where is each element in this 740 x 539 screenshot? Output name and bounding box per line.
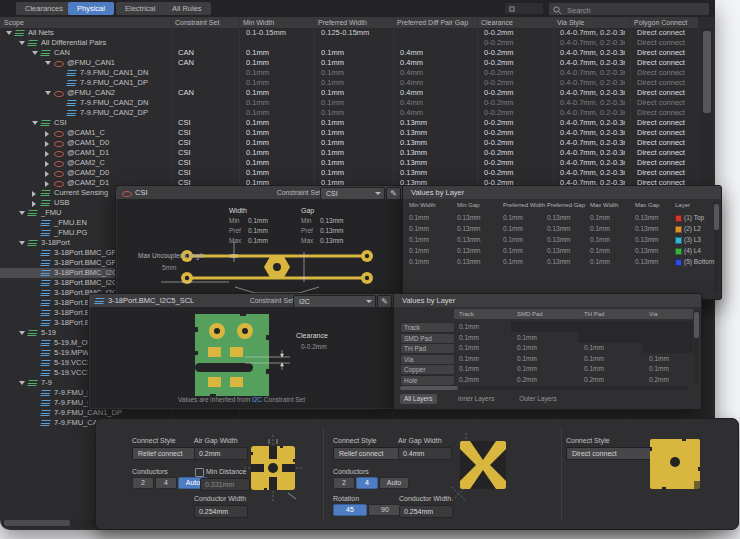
search-input[interactable] [565,3,707,17]
panel-titlebar[interactable]: 3-18Port.BMC_I2C5_SCL Constraint Set I2C… [89,294,394,307]
collapse-arrow-icon[interactable] [45,91,51,95]
cell-pref-diff-pair-gap[interactable]: 0.13mm [400,158,472,168]
cell-preferred-width[interactable]: 0.1mm [321,138,388,148]
matrix-row-header[interactable]: Via [400,354,455,365]
cell-constraint-set[interactable]: CSI [178,148,234,158]
cell-min-width[interactable]: 0.1mm [246,168,309,178]
table-row[interactable]: All Nets0.1-0.15mm0.125-0.15mm0-0.2mm0.4… [0,28,698,38]
layer-value-cell[interactable]: 0.1mm [409,225,429,232]
layer-value-cell[interactable]: 0.13mm [457,247,480,254]
collapse-arrow-icon[interactable] [19,241,25,245]
min-distance-checkbox[interactable] [195,468,204,477]
expand-arrow-icon[interactable] [45,161,49,167]
cell-via-style[interactable]: 0.4-0.7mm, 0.2-0.3mm [560,158,625,168]
matrix-h-scrollbar[interactable] [400,386,688,390]
cell-via-style[interactable]: 0.4-0.7mm, 0.2-0.3mm [560,88,625,98]
collapse-arrow-icon[interactable] [45,61,51,65]
cell-constraint-set[interactable]: CSI [178,118,234,128]
cell-clearance[interactable]: 0-0.2mm [484,88,548,98]
table-row[interactable]: @CAM2_D0CSI0.1mm0.1mm0.13mm0-0.2mm0.4-0.… [0,168,698,178]
cell-clearance[interactable]: 0-0.2mm [484,118,548,128]
matrix-row-header[interactable]: Copper [400,364,455,375]
layer-value-cell[interactable]: 0.13mm [635,214,658,221]
table-row[interactable]: 7-9.FMU_CAN1_DP0.1mm0.1mm0.4mm0-0.2mm0.4… [0,78,698,88]
cell-min-width[interactable]: 0.1mm [246,108,309,118]
column-header[interactable]: Constraint Set [175,17,219,28]
column-header[interactable]: Scope [4,17,24,28]
scroll-thumb[interactable] [400,386,458,390]
cell-preferred-width[interactable]: 0.1mm [321,48,388,58]
expand-arrow-icon[interactable] [45,131,49,137]
cell-constraint-set[interactable]: CSI [178,158,234,168]
uncoupled-length-value[interactable]: 5mm [162,264,176,271]
matrix-value-cell[interactable]: 0.1mm [584,355,604,362]
expand-arrow-icon[interactable] [45,171,49,177]
layer-value-cell[interactable]: 0.13mm [635,258,658,265]
cell-polygon-connect[interactable]: Direct connect [637,118,693,128]
table-row[interactable]: @CAM1_D0CSI0.1mm0.1mm0.13mm0-0.2mm0.4-0.… [0,138,698,148]
scroll-thumb[interactable] [714,204,719,230]
layer-value-cell[interactable]: 0.13mm [547,258,570,265]
layer-scope-tab[interactable]: All Layers [400,394,437,404]
cell-pref-diff-pair-gap[interactable]: 0.13mm [400,138,472,148]
layer-value-cell[interactable]: 0.13mm [635,236,658,243]
layer-value-cell[interactable]: 0.1mm [503,247,523,254]
table-row[interactable]: 7-9.FMU_CAN1_DN0.1mm0.1mm0.4mm0-0.2mm0.4… [0,68,698,78]
layer-value-cell[interactable]: 0.1mm [409,247,429,254]
cell-preferred-width[interactable]: 0.1mm [321,168,388,178]
cell-constraint-set[interactable]: CAN [178,58,234,68]
cell-polygon-connect[interactable]: Direct connect [637,98,693,108]
panel-titlebar[interactable]: CSI Constraint Set CSI ✎ [116,186,403,199]
cell-clearance[interactable]: 0-0.2mm [484,168,548,178]
cell-min-width[interactable]: 0.1mm [246,58,309,68]
segment-option-auto[interactable]: Auto [379,477,409,489]
layer-value-cell[interactable]: 0.1mm [409,214,429,221]
tab-clearances[interactable]: Clearances [16,2,72,15]
search-box[interactable] [548,2,710,16]
cell-via-style[interactable]: 0.4-0.7mm, 0.2-0.3mm [560,108,625,118]
layer-value-cell[interactable]: 0.13mm [547,214,570,221]
layer-value-cell[interactable]: 0.1mm [503,225,523,232]
collapse-arrow-icon[interactable] [32,51,38,55]
cell-polygon-connect[interactable]: Direct connect [637,38,693,48]
collapse-arrow-icon[interactable] [32,121,38,125]
tab-all-rules[interactable]: All Rules [163,2,211,15]
collapse-arrow-icon[interactable] [19,331,25,335]
collapse-arrow-icon[interactable] [19,211,25,215]
cell-constraint-set[interactable]: CAN [178,88,234,98]
cell-preferred-width[interactable]: 0.1mm [321,58,388,68]
cell-preferred-width[interactable]: 0.1mm [321,108,388,118]
cell-min-width[interactable]: 0.1mm [246,138,309,148]
panel-scrollbar[interactable] [714,202,719,294]
width-pref-value[interactable]: 0.1mm [248,227,268,234]
cell-via-style[interactable]: 0.4-0.7mm, 0.2-0.3mm [560,48,625,58]
conductor-width-input[interactable]: 0.254mm [194,505,248,518]
tab-physical[interactable]: Physical [68,2,114,15]
column-header[interactable]: Min Width [243,17,274,28]
column-header[interactable]: Clearance [481,17,513,28]
layer-scope-tab[interactable]: Outer Layers [515,394,561,404]
matrix-value-cell[interactable]: 0.1mm [459,355,479,362]
cell-clearance[interactable]: 0-0.2mm [484,158,548,168]
table-row[interactable]: CSICSI0.1mm0.1mm0.13mm0-0.2mm0.4-0.7mm, … [0,118,698,128]
table-row[interactable]: @FMU_CAN2CAN0.1mm0.1mm0.4mm0-0.2mm0.4-0.… [0,88,698,98]
cell-via-style[interactable]: 0.4-0.7mm, 0.2-0.3mm [560,148,625,158]
cell-min-width[interactable]: 0.1mm [246,48,309,58]
connect-style-dropdown[interactable]: Direct connect [566,447,661,460]
air-gap-input[interactable]: 0.4mm [398,447,452,460]
cell-preferred-width[interactable]: 0.125-0.15mm [321,28,388,38]
layer-value-cell[interactable]: 0.13mm [547,236,570,243]
layer-value-cell[interactable]: 0.1mm [409,258,429,265]
cell-polygon-connect[interactable]: Direct connect [637,28,693,38]
matrix-row-header[interactable]: TH Pad [400,343,455,354]
layer-value-cell[interactable]: 0.13mm [457,236,480,243]
cell-min-width[interactable]: 0.1mm [246,78,309,88]
cell-min-width[interactable]: 0.1mm [246,128,309,138]
matrix-value-cell[interactable]: 0.1mm [459,323,479,330]
cell-constraint-set[interactable]: CSI [178,168,234,178]
cell-preferred-width[interactable]: 0.1mm [321,158,388,168]
segment-option-90[interactable]: 90 [368,504,402,516]
scroll-thumb[interactable] [4,520,70,526]
cell-via-style[interactable]: 0.4-0.7mm, 0.2-0.3mm [560,68,625,78]
cell-min-width[interactable]: 0.1mm [246,98,309,108]
